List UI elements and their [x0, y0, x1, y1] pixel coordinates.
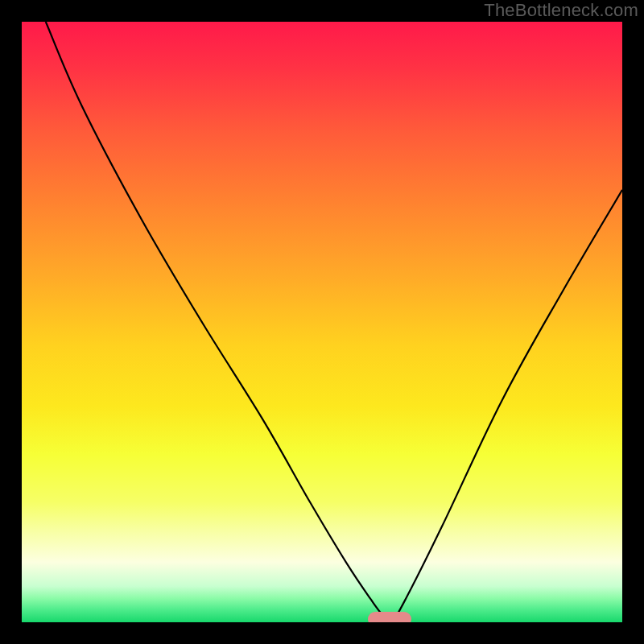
- optimal-marker: [368, 612, 411, 622]
- curve-svg: [22, 22, 622, 622]
- chart-canvas: TheBottleneck.com: [0, 0, 644, 644]
- plot-area: [22, 22, 622, 622]
- watermark-text: TheBottleneck.com: [484, 0, 638, 21]
- bottleneck-curve: [46, 22, 622, 620]
